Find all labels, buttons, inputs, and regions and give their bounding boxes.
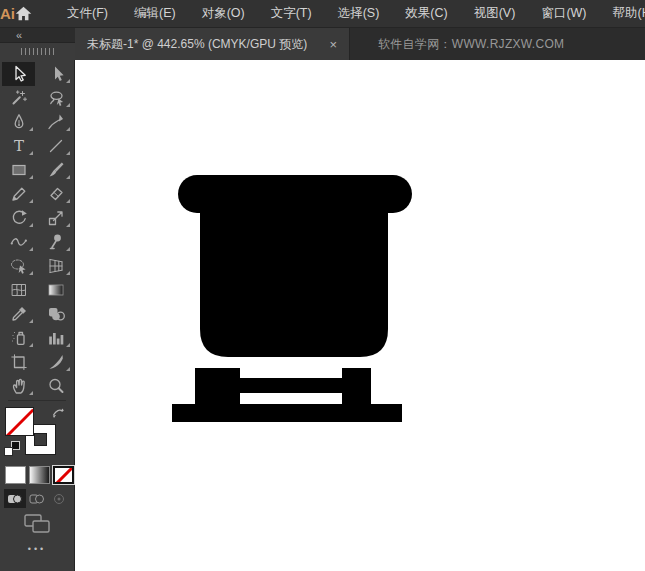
tool-rotate[interactable]: [0, 206, 37, 230]
toolbar-grip-row[interactable]: [0, 42, 75, 60]
tool-magic-wand[interactable]: [0, 86, 37, 110]
menu-file[interactable]: 文件(F): [54, 0, 121, 28]
tool-scale[interactable]: [37, 206, 74, 230]
rotate-icon: [9, 208, 29, 228]
toolbar-header: «: [0, 28, 75, 60]
curvature-tool-icon: [46, 112, 66, 132]
stand-crossbar: [240, 378, 342, 393]
tool-type[interactable]: T: [0, 134, 37, 158]
tool-eraser[interactable]: [37, 182, 74, 206]
tool-shape-builder[interactable]: [0, 254, 37, 278]
menu-type[interactable]: 文字(T): [258, 0, 325, 28]
draw-behind-button[interactable]: [26, 489, 48, 508]
column-graph-icon: [46, 328, 66, 348]
menu-object[interactable]: 对象(O): [189, 0, 258, 28]
toolbar-divider: [8, 400, 66, 401]
paintbrush-icon: [46, 160, 66, 180]
drawing-mode-buttons: [4, 489, 70, 508]
website-note: 软件自学网：WWW.RJZXW.COM: [350, 28, 564, 60]
line-segment-icon: [46, 136, 66, 156]
eyedropper-icon: [9, 304, 29, 324]
gradient-icon: [46, 280, 66, 300]
scale-icon: [46, 208, 66, 228]
menu-select[interactable]: 选择(S): [325, 0, 393, 28]
zoom-magnifier-icon: [46, 376, 66, 396]
menu-window[interactable]: 窗口(W): [528, 0, 599, 28]
tool-artboard[interactable]: [0, 350, 37, 374]
screen-mode-button[interactable]: [0, 514, 74, 534]
color-button[interactable]: [5, 466, 26, 484]
tool-curvature[interactable]: [37, 110, 74, 134]
eraser-icon: [46, 184, 66, 204]
tool-column-graph[interactable]: [37, 326, 74, 350]
tabbar: « 未标题-1* @ 442.65% (CMYK/GPU 预览) × 软件自学网…: [0, 28, 645, 60]
tool-line-segment[interactable]: [37, 134, 74, 158]
blend-icon: [46, 304, 66, 324]
menu-effect[interactable]: 效果(C): [392, 0, 460, 28]
edit-toolbar-button[interactable]: •••: [0, 544, 74, 554]
symbol-sprayer-icon: [9, 328, 29, 348]
swap-arrows-icon: [51, 406, 65, 418]
stand-base: [172, 404, 402, 422]
selection-tool-icon: [9, 64, 29, 84]
shaper-pencil-icon: [9, 184, 29, 204]
swap-fill-stroke-button[interactable]: [51, 404, 65, 422]
default-fill-mini-icon: [4, 447, 13, 456]
draw-normal-button[interactable]: [4, 489, 26, 508]
tool-width[interactable]: [0, 230, 37, 254]
tool-zoom[interactable]: [37, 374, 74, 398]
tools-grid: T: [0, 62, 74, 398]
tools-panel: T: [0, 60, 75, 571]
menu-list: 文件(F) 编辑(E) 对象(O) 文字(T) 选择(S) 效果(C) 视图(V…: [54, 0, 645, 28]
document-tab[interactable]: 未标题-1* @ 442.65% (CMYK/GPU 预览) ×: [75, 28, 350, 60]
tool-puppet-warp[interactable]: [37, 230, 74, 254]
type-tool-icon: T: [9, 136, 29, 156]
tool-hand[interactable]: [0, 374, 37, 398]
draw-inside-button[interactable]: [48, 489, 70, 508]
tool-blend[interactable]: [37, 302, 74, 326]
home-icon: [15, 6, 32, 21]
tool-paintbrush[interactable]: [37, 158, 74, 182]
svg-text:T: T: [13, 137, 23, 155]
tab-close-icon[interactable]: ×: [327, 37, 339, 52]
tool-mesh[interactable]: [0, 278, 37, 302]
artwork-pot-shape[interactable]: [172, 175, 412, 422]
menu-view[interactable]: 视图(V): [461, 0, 529, 28]
pot-body: [200, 195, 388, 357]
mesh-icon: [9, 280, 29, 300]
default-fill-stroke-button[interactable]: [4, 441, 21, 458]
gradient-button[interactable]: [29, 466, 50, 484]
tool-symbol-sprayer[interactable]: [0, 326, 37, 350]
width-tool-icon: [9, 232, 29, 252]
tool-pen[interactable]: [0, 110, 37, 134]
app-logo: Ai: [0, 5, 15, 22]
paint-type-buttons: [5, 466, 74, 484]
tool-slice[interactable]: [37, 350, 74, 374]
menu-edit[interactable]: 编辑(E): [121, 0, 189, 28]
draw-inside-icon: [51, 492, 67, 506]
menubar: Ai 文件(F) 编辑(E) 对象(O) 文字(T) 选择(S) 效果(C) 视…: [0, 0, 645, 28]
tool-perspective-grid[interactable]: [37, 254, 74, 278]
menu-help[interactable]: 帮助(H): [600, 0, 645, 28]
rectangle-tool-icon: [9, 160, 29, 180]
document-tab-title: 未标题-1* @ 442.65% (CMYK/GPU 预览): [87, 36, 307, 53]
draw-normal-icon: [7, 492, 23, 506]
fill-swatch[interactable]: [5, 407, 34, 436]
perspective-grid-icon: [46, 256, 66, 276]
tool-gradient[interactable]: [37, 278, 74, 302]
tool-lasso[interactable]: [37, 86, 74, 110]
direct-selection-tool-icon: [46, 64, 66, 84]
magic-wand-icon: [9, 88, 29, 108]
canvas[interactable]: [75, 60, 645, 571]
tool-direct-selection[interactable]: [37, 62, 74, 86]
artboard-icon: [9, 352, 29, 372]
tool-selection[interactable]: [2, 62, 35, 86]
none-slash-icon: [53, 466, 74, 484]
toolbar-collapse-button[interactable]: «: [16, 30, 22, 40]
tool-eyedropper[interactable]: [0, 302, 37, 326]
tool-shaper[interactable]: [0, 182, 37, 206]
draw-behind-icon: [29, 492, 45, 506]
home-button[interactable]: [15, 6, 32, 21]
tool-rectangle[interactable]: [0, 158, 37, 182]
none-button[interactable]: [53, 466, 74, 484]
